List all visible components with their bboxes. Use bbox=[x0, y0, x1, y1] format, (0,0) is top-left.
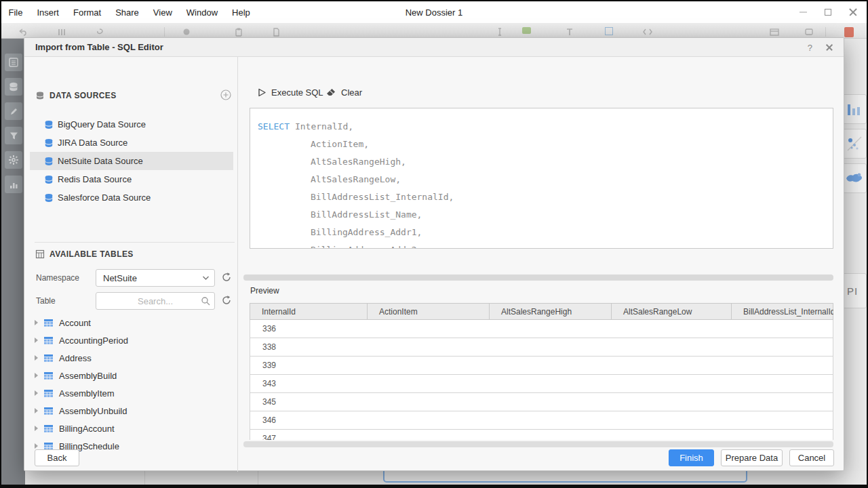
back-button[interactable]: Back bbox=[35, 449, 79, 466]
sql-keyword: SELECT bbox=[258, 121, 290, 131]
search-icon bbox=[201, 296, 210, 306]
table-row: 339 bbox=[250, 357, 833, 375]
data-source-item-redis[interactable]: Redis Data Source bbox=[30, 170, 233, 188]
namespace-select[interactable]: NetSuite bbox=[96, 269, 215, 287]
cell-internalid: 339 bbox=[262, 361, 276, 370]
table-label: Address bbox=[59, 353, 92, 363]
prepare-data-button[interactable]: Prepare Data bbox=[721, 449, 783, 466]
table-search-input[interactable] bbox=[96, 292, 215, 310]
table-row: 336 bbox=[250, 320, 833, 338]
table-item-address[interactable]: Address bbox=[35, 349, 231, 367]
table-grid-icon bbox=[43, 424, 54, 433]
table-item-assemblyunbuild[interactable]: AssemblyUnbuild bbox=[35, 402, 231, 420]
preview-table-hscrollbar[interactable] bbox=[243, 441, 833, 447]
table-grid-icon bbox=[43, 389, 54, 398]
refresh-tables-icon[interactable] bbox=[220, 294, 233, 306]
clear-sql-button[interactable]: Clear bbox=[326, 87, 362, 98]
preview-table: InternalId ActionItem AltSalesRangeHigh … bbox=[250, 303, 833, 440]
data-source-label: JIRA Data Source bbox=[58, 138, 127, 148]
column-header: InternalId bbox=[250, 304, 368, 319]
execute-sql-button[interactable]: Execute SQL bbox=[257, 87, 323, 98]
expand-caret-icon[interactable] bbox=[35, 338, 38, 343]
table-grid-icon bbox=[43, 336, 54, 345]
column-header: BillAddressList_InternalId bbox=[732, 304, 833, 319]
database-icon bbox=[44, 120, 54, 129]
expand-caret-icon[interactable] bbox=[35, 408, 38, 413]
dialog-title-bar: Import from Table - SQL Editor bbox=[24, 38, 844, 57]
menu-share[interactable]: Share bbox=[108, 7, 146, 18]
data-source-label: NetSuite Data Source bbox=[58, 156, 143, 166]
execute-sql-label: Execute SQL bbox=[271, 87, 323, 98]
available-tables-icon bbox=[35, 249, 45, 259]
expand-caret-icon[interactable] bbox=[35, 443, 38, 449]
table-label: Table bbox=[36, 296, 56, 306]
expand-caret-icon[interactable] bbox=[35, 320, 38, 325]
document-title: New Dossier 1 bbox=[406, 7, 463, 18]
table-item-assemblyitem[interactable]: AssemblyItem bbox=[35, 384, 231, 402]
expand-caret-icon[interactable] bbox=[35, 373, 38, 378]
sql-field: InternalId, bbox=[290, 121, 353, 131]
sql-field: BillAddressList_Name, bbox=[258, 206, 833, 224]
table-row: 346 bbox=[250, 411, 833, 430]
window-minimize-icon[interactable] bbox=[800, 12, 807, 13]
expand-caret-icon[interactable] bbox=[35, 390, 38, 396]
sql-field: BillingAddress_Addr2, bbox=[258, 241, 833, 249]
sql-editor-hscrollbar[interactable] bbox=[243, 274, 833, 281]
data-source-item-netsuite[interactable]: NetSuite Data Source bbox=[30, 152, 233, 170]
menu-format[interactable]: Format bbox=[66, 7, 108, 18]
sql-field: AltSalesRangeHigh, bbox=[258, 153, 833, 171]
namespace-label: Namespace bbox=[36, 273, 79, 283]
table-label: BillingAccount bbox=[59, 424, 115, 434]
database-icon bbox=[44, 157, 54, 166]
expand-caret-icon[interactable] bbox=[35, 426, 38, 431]
expand-caret-icon[interactable] bbox=[35, 355, 38, 361]
play-icon bbox=[257, 87, 267, 98]
menu-window[interactable]: Window bbox=[179, 7, 224, 18]
cell-internalid: 347 bbox=[262, 434, 276, 440]
table-item-account[interactable]: Account bbox=[35, 314, 231, 331]
window-frame bbox=[0, 485, 868, 488]
refresh-namespaces-icon[interactable] bbox=[220, 271, 233, 283]
window-maximize-icon[interactable] bbox=[825, 9, 831, 16]
sql-editor[interactable]: SELECTInternalId, ActionItem, AltSalesRa… bbox=[250, 108, 833, 249]
menu-help[interactable]: Help bbox=[225, 7, 258, 18]
menu-insert[interactable]: Insert bbox=[30, 7, 66, 18]
preview-label: Preview bbox=[250, 286, 279, 296]
table-item-assemblybuild[interactable]: AssemblyBuild bbox=[35, 367, 231, 384]
namespace-value: NetSuite bbox=[103, 273, 137, 283]
data-sources-header: DATA SOURCES bbox=[50, 91, 117, 100]
dialog-title: Import from Table - SQL Editor bbox=[35, 42, 163, 52]
eraser-icon bbox=[326, 87, 336, 98]
table-item-billingaccount[interactable]: BillingAccount bbox=[35, 420, 231, 437]
available-tables-header: AVAILABLE TABLES bbox=[50, 249, 134, 259]
cell-internalid: 345 bbox=[262, 397, 276, 407]
sql-field: AltSalesRangeLow, bbox=[258, 171, 833, 188]
clear-sql-label: Clear bbox=[341, 87, 362, 98]
add-data-source-icon[interactable] bbox=[220, 89, 232, 101]
dialog-right-panel: Execute SQL Clear SELECTInternalId, Acti… bbox=[239, 57, 844, 472]
cancel-button[interactable]: Cancel bbox=[789, 449, 834, 466]
data-source-item-salesforce[interactable]: Salesforce Data Source bbox=[30, 188, 233, 207]
database-icon bbox=[44, 138, 54, 148]
table-item-accountingperiod[interactable]: AccountingPeriod bbox=[35, 331, 231, 349]
table-row: 347 bbox=[250, 430, 833, 440]
section-divider bbox=[35, 242, 235, 243]
dialog-close-icon[interactable] bbox=[826, 44, 833, 51]
finish-button[interactable]: Finish bbox=[669, 449, 714, 466]
window-close-icon[interactable] bbox=[849, 8, 857, 16]
menu-file[interactable]: File bbox=[1, 7, 30, 18]
data-source-label: Redis Data Source bbox=[58, 174, 132, 184]
table-row: 345 bbox=[250, 393, 833, 411]
dialog-left-panel: DATA SOURCES BigQuery Data Source JIRA D… bbox=[24, 57, 238, 472]
table-label: AssemblyUnbuild bbox=[59, 406, 127, 416]
menu-view[interactable]: View bbox=[146, 7, 179, 18]
database-icon bbox=[44, 193, 54, 203]
sql-field: BillAddressList_InternalId, bbox=[258, 188, 833, 206]
cell-internalid: 346 bbox=[262, 415, 276, 425]
data-source-item-bigquery[interactable]: BigQuery Data Source bbox=[30, 115, 233, 134]
import-sql-editor-dialog: Import from Table - SQL Editor ? DATA SO… bbox=[24, 37, 844, 471]
data-source-item-jira[interactable]: JIRA Data Source bbox=[30, 134, 233, 152]
sql-field: ActionItem, bbox=[258, 136, 833, 153]
database-icon bbox=[44, 175, 54, 184]
dialog-help-button[interactable]: ? bbox=[808, 43, 812, 53]
